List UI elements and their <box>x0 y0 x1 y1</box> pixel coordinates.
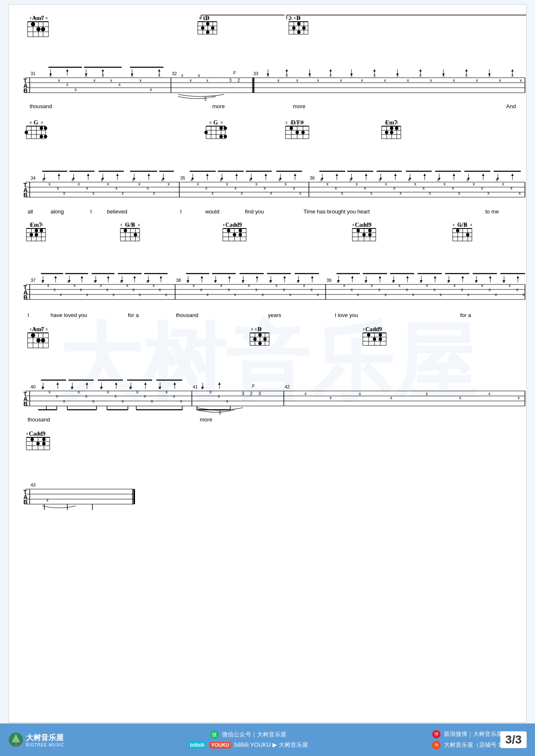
footer-weixin-row: 微 微信公众号｜大树音乐屋 <box>210 731 286 739</box>
svg-point-38 <box>211 26 214 30</box>
svg-text:x: x <box>168 182 170 186</box>
svg-text:o: o <box>209 120 211 124</box>
svg-text:x: x <box>228 287 230 292</box>
svg-point-435 <box>233 233 236 236</box>
svg-marker-131 <box>285 69 288 71</box>
svg-point-175 <box>40 135 43 138</box>
svg-point-16 <box>41 27 45 31</box>
svg-text:x: x <box>190 78 192 83</box>
svg-text:39: 39 <box>326 278 331 283</box>
svg-text:I: I <box>28 312 29 318</box>
svg-text:G: G <box>34 119 38 126</box>
svg-text:o: o <box>396 120 398 124</box>
svg-marker-309 <box>294 174 296 176</box>
svg-text:G: G <box>214 119 218 126</box>
svg-text:x: x <box>489 287 491 292</box>
svg-marker-359 <box>423 174 426 176</box>
svg-point-15 <box>36 27 41 31</box>
svg-point-223 <box>395 127 398 130</box>
svg-text:x: x <box>440 292 442 297</box>
svg-text:x: x <box>255 182 257 186</box>
svg-text:x: x <box>481 283 483 288</box>
svg-point-433 <box>227 229 230 232</box>
svg-text:x: x <box>453 223 455 227</box>
svg-text:x: x <box>502 182 504 186</box>
footer-weixin-label: 微信公众号｜大树音乐屋 <box>222 731 286 738</box>
svg-text:x: x <box>120 223 122 227</box>
svg-point-674 <box>253 337 257 341</box>
svg-text:x: x <box>46 498 48 502</box>
svg-point-222 <box>390 127 393 130</box>
svg-text:x: x <box>139 292 141 297</box>
svg-text:x: x <box>452 186 454 190</box>
svg-point-451 <box>362 233 366 236</box>
svg-text:And: And <box>506 103 516 109</box>
svg-text:D/F#: D/F# <box>291 119 303 126</box>
svg-text:x: x <box>248 283 250 288</box>
svg-text:34: 34 <box>31 175 36 180</box>
svg-point-436 <box>239 233 242 236</box>
svg-text:x: x <box>285 120 288 124</box>
svg-text:more: more <box>200 416 212 423</box>
svg-marker-355 <box>394 174 397 176</box>
main-content: 大树音乐屋 Am7 x o o o <box>8 4 527 723</box>
svg-text:Em7: Em7 <box>385 119 397 126</box>
svg-point-692 <box>379 337 382 341</box>
svg-text:x: x <box>384 78 386 83</box>
svg-text:x: x <box>317 78 319 83</box>
svg-text:x: x <box>343 283 345 288</box>
svg-text:x: x <box>241 191 243 195</box>
svg-point-450 <box>368 229 372 232</box>
svg-text:x: x <box>378 287 380 292</box>
svg-text:x: x <box>341 191 343 195</box>
svg-marker-725 <box>56 383 59 385</box>
svg-marker-627 <box>517 276 519 278</box>
svg-marker-552 <box>228 276 231 278</box>
footer-logo: 大树音乐屋 BIGTREE MUSIC <box>8 732 64 747</box>
svg-point-209 <box>301 131 305 134</box>
svg-marker-351 <box>365 174 367 176</box>
svg-marker-264 <box>116 174 119 176</box>
svg-text:x: x <box>390 396 392 400</box>
svg-text:x: x <box>107 182 109 186</box>
svg-text:x: x <box>495 292 497 297</box>
svg-text:I love you: I love you <box>335 312 358 318</box>
svg-text:x: x <box>330 396 332 400</box>
svg-text:x: x <box>100 283 102 288</box>
svg-text:o: o <box>206 16 209 20</box>
svg-text:x: x <box>458 191 460 195</box>
svg-text:x: x <box>122 399 124 403</box>
svg-text:x: x <box>181 73 183 78</box>
weibo-icon: 博 <box>432 730 441 738</box>
svg-text:have loved you: have loved you <box>51 312 87 318</box>
svg-marker-733 <box>115 383 117 385</box>
svg-marker-741 <box>173 383 176 385</box>
svg-text:x: x <box>283 287 285 292</box>
svg-text:x: x <box>30 327 32 331</box>
svg-text:x: x <box>499 78 501 83</box>
svg-text:o: o <box>374 327 377 331</box>
svg-marker-729 <box>86 383 88 385</box>
svg-text:x: x <box>200 287 202 292</box>
svg-text:o: o <box>127 223 129 227</box>
svg-text:x: x <box>453 283 456 288</box>
svg-text:33: 33 <box>253 71 258 76</box>
svg-point-404 <box>35 233 38 236</box>
svg-text:37: 37 <box>31 278 36 283</box>
svg-text:x: x <box>426 283 428 288</box>
svg-text:x: x <box>518 396 520 400</box>
svg-text:x: x <box>364 186 366 190</box>
svg-text:x: x <box>289 292 291 297</box>
taobao-icon: 淘 <box>432 741 441 749</box>
svg-text:x: x <box>112 292 115 297</box>
svg-text:32: 32 <box>172 71 177 76</box>
svg-marker-513 <box>133 276 136 278</box>
svg-text:x: x <box>461 287 463 292</box>
svg-marker-623 <box>489 276 492 278</box>
svg-text:x: x <box>56 394 58 398</box>
svg-text:x: x <box>47 283 49 288</box>
svg-point-467 <box>456 229 459 232</box>
svg-text:x: x <box>193 283 195 288</box>
svg-text:x: x <box>199 16 201 20</box>
svg-text:x: x <box>205 186 207 190</box>
